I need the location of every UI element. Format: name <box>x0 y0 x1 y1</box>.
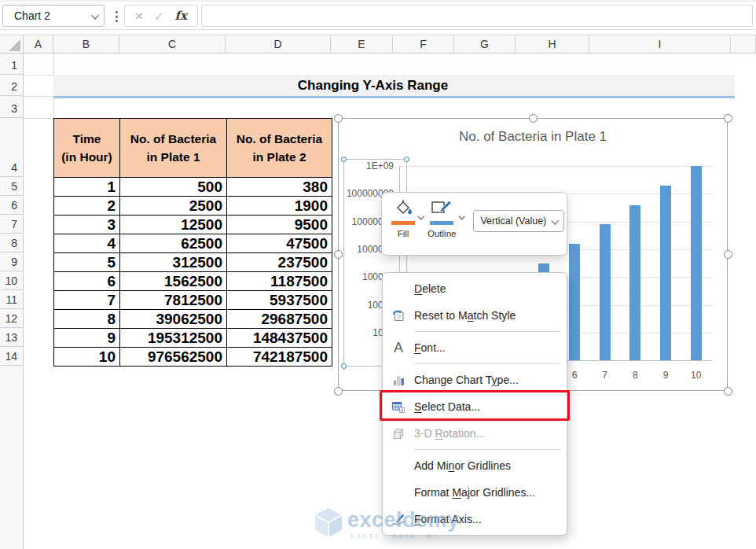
x-axis-tick-label[interactable]: 9 <box>656 370 675 381</box>
column-header-E[interactable]: E <box>331 35 393 53</box>
row-header-5[interactable]: 5 <box>0 177 23 196</box>
table-cell[interactable]: 47500 <box>227 234 332 253</box>
row-header-13[interactable]: 13 <box>0 328 23 347</box>
menu-item-label: Delete <box>414 282 446 295</box>
insert-function-icon[interactable]: fx <box>175 10 187 22</box>
table-cell[interactable]: 1900 <box>227 197 332 216</box>
chart-resize-handle[interactable] <box>334 387 343 396</box>
chart-resize-handle[interactable] <box>724 114 732 123</box>
outline-button[interactable]: Outline <box>428 199 456 238</box>
row-header-12[interactable]: 12 <box>0 309 23 328</box>
table-cell[interactable]: 7812500 <box>120 291 227 310</box>
x-axis-tick-label[interactable]: 8 <box>626 370 644 381</box>
chart-resize-handle[interactable] <box>724 250 732 259</box>
y-axis-tick-label[interactable]: 1E+09 <box>366 160 394 171</box>
table-cell[interactable]: 1 <box>54 178 120 197</box>
row-header-6[interactable]: 6 <box>0 196 23 215</box>
fill-label: Fill <box>398 229 409 238</box>
menu-item-delete[interactable]: Delete <box>383 275 567 302</box>
chart-resize-handle[interactable] <box>334 250 343 259</box>
row-header-7[interactable]: 7 <box>0 215 23 234</box>
outline-dropdown-icon[interactable] <box>459 208 464 223</box>
select-all-button[interactable] <box>0 35 24 53</box>
menu-item-reset-to-match-style[interactable]: Reset to Match Style <box>383 302 567 329</box>
table-cell[interactable]: 237500 <box>227 253 332 272</box>
chart-resize-handle[interactable] <box>334 114 343 123</box>
table-cell[interactable]: 1562500 <box>120 272 227 291</box>
table-cell[interactable]: 2 <box>54 197 120 216</box>
chart-element-selector[interactable]: Vertical (Value) <box>473 210 564 232</box>
enter-icon[interactable]: ✓ <box>154 10 164 22</box>
menu-item-add-minor-gridlines[interactable]: Add Minor Gridlines <box>383 452 567 479</box>
column-header-I[interactable]: I <box>589 35 731 53</box>
row-header-14[interactable]: 14 <box>0 347 23 366</box>
column-header-G[interactable]: G <box>454 35 516 53</box>
table-cell[interactable]: 500 <box>120 178 227 197</box>
table-cell[interactable]: 7 <box>54 291 120 310</box>
table-cell[interactable]: 4 <box>54 234 120 253</box>
menu-item-format-major-gridlines[interactable]: Format Major Gridlines... <box>383 479 567 506</box>
table-header-col3: No. of Bacteria in Plate 2 <box>227 119 332 178</box>
x-axis-tick-label[interactable]: 6 <box>565 370 584 381</box>
table-cell[interactable]: 8 <box>54 310 120 329</box>
table-cell[interactable]: 62500 <box>120 234 227 253</box>
sheet-title-text: Changing Y-Axis Range <box>298 78 448 94</box>
menu-item-label: Format Major Gridlines... <box>414 486 535 499</box>
column-header-D[interactable]: D <box>226 35 331 53</box>
chart-resize-handle[interactable] <box>724 387 732 396</box>
table-cell[interactable]: 10 <box>54 348 120 367</box>
cancel-icon[interactable]: × <box>135 9 143 23</box>
name-box[interactable]: Chart 2 <box>2 5 105 27</box>
column-header-B[interactable]: B <box>53 35 119 53</box>
table-cell[interactable]: 195312500 <box>120 329 227 348</box>
chart-bar[interactable] <box>660 186 671 360</box>
name-box-dropdown-icon[interactable] <box>91 11 99 19</box>
column-header-H[interactable]: H <box>516 35 589 53</box>
chart-bar[interactable] <box>629 205 640 360</box>
table-cell[interactable]: 39062500 <box>120 310 227 329</box>
row-header-4[interactable]: 4 <box>0 118 23 177</box>
table-cell[interactable]: 3 <box>54 216 120 234</box>
row-header-3[interactable]: 3 <box>0 96 23 118</box>
fill-dropdown-icon[interactable] <box>418 208 423 223</box>
column-header-A[interactable]: A <box>24 35 53 53</box>
menu-item-format-axis[interactable]: Format Axis... <box>383 506 567 532</box>
row-header-1[interactable]: 1 <box>0 53 23 75</box>
table-cell[interactable]: 5 <box>54 253 120 272</box>
menu-item-font[interactable]: AFont... <box>383 334 567 361</box>
row-header-11[interactable]: 11 <box>0 290 23 309</box>
table-cell[interactable]: 5937500 <box>227 291 332 310</box>
table-cell[interactable]: 312500 <box>120 253 227 272</box>
row-header-10[interactable]: 10 <box>0 271 23 290</box>
table-cell[interactable]: 976562500 <box>120 348 227 367</box>
table-cell[interactable]: 29687500 <box>227 310 332 329</box>
chart-bar[interactable] <box>569 244 580 360</box>
formula-bar-input[interactable] <box>201 5 753 27</box>
chart-title[interactable]: No. of Bacteria in Plate 1 <box>339 129 727 145</box>
chart-bar[interactable] <box>691 166 702 360</box>
chart-resize-handle[interactable] <box>529 114 538 123</box>
table-cell[interactable]: 12500 <box>120 216 227 234</box>
table-cell[interactable]: 9 <box>54 329 120 348</box>
table-cell[interactable]: 9500 <box>227 216 332 234</box>
x-axis-tick-label[interactable]: 10 <box>687 370 706 381</box>
row-header-2[interactable]: 2 <box>0 75 23 96</box>
fill-button[interactable]: Fill <box>391 199 415 238</box>
row-header-9[interactable]: 9 <box>0 252 23 271</box>
table-cell[interactable]: 742187500 <box>227 348 332 367</box>
column-header-C[interactable]: C <box>119 35 226 53</box>
table-cell[interactable]: 148437500 <box>227 329 332 348</box>
column-header-F[interactable]: F <box>393 35 454 53</box>
more-options-icon[interactable] <box>112 9 121 24</box>
menu-item-change-chart-type[interactable]: Change Chart Type... <box>383 367 567 393</box>
table-cell[interactable]: 1187500 <box>227 272 332 291</box>
table-row: 3125009500 <box>54 216 332 234</box>
x-axis-tick-label[interactable]: 7 <box>596 370 615 381</box>
table-cell[interactable]: 380 <box>227 178 332 197</box>
column-header-partial[interactable] <box>731 35 756 53</box>
chart-bar[interactable] <box>600 224 611 360</box>
row-header-8[interactable]: 8 <box>0 234 23 252</box>
menu-item-select-data[interactable]: Select Data... <box>383 393 567 420</box>
table-cell[interactable]: 2500 <box>120 197 227 216</box>
table-cell[interactable]: 6 <box>54 272 120 291</box>
